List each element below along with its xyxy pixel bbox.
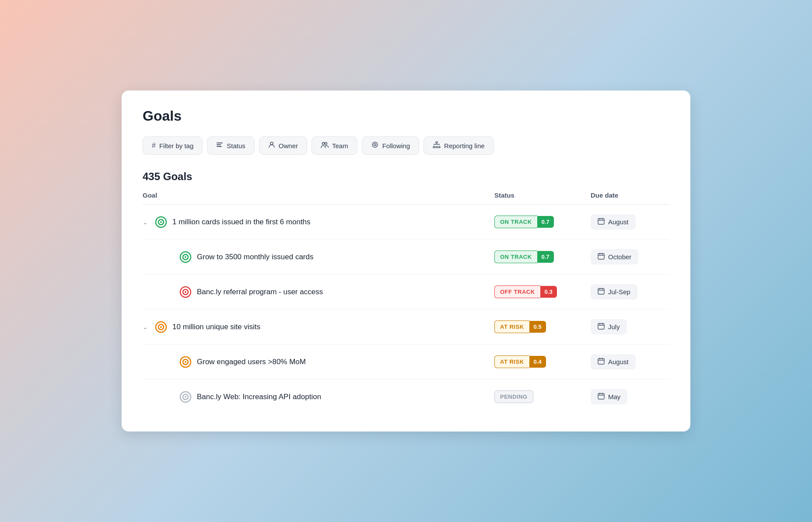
due-date-cell: May (591, 389, 669, 404)
goal-status-icon (179, 356, 192, 368)
calendar-icon (598, 253, 605, 261)
due-date-cell: August (591, 354, 669, 369)
goal-status-icon (155, 216, 167, 228)
due-badge: October (591, 249, 638, 264)
following-filter-button[interactable]: Following (362, 136, 419, 155)
goals-list: ⌄ 1 million cards issued in the first 6 … (143, 205, 669, 414)
table-row: Grow to 3500 monthly issued cards ON TRA… (143, 240, 669, 275)
status-score: 0.5 (529, 321, 546, 333)
status-score: 0.4 (529, 356, 546, 368)
goal-status-icon (179, 286, 192, 298)
calendar-icon (598, 323, 605, 331)
filter-bar: # Filter by tag Status Owner Team (143, 136, 669, 155)
filter-by-tag-button[interactable]: # Filter by tag (143, 136, 203, 155)
status-icon (216, 141, 223, 150)
reporting-line-filter-label: Reporting line (444, 142, 485, 150)
due-date-text: May (608, 393, 620, 400)
col-status-header: Status (494, 191, 591, 199)
col-goal-header: Goal (143, 191, 494, 199)
goal-text: 10 million unique site visits (172, 323, 260, 331)
due-date-cell: August (591, 214, 669, 230)
due-badge: May (591, 389, 627, 404)
svg-point-3 (270, 142, 273, 145)
goal-info: Banc.ly referral program - user access (165, 286, 494, 298)
svg-rect-35 (598, 393, 604, 399)
due-date-text: October (608, 253, 631, 261)
owner-filter-label: Owner (279, 142, 298, 150)
due-badge: August (591, 214, 636, 230)
status-label: ON TRACK (494, 216, 537, 228)
goal-status-icon (179, 251, 192, 263)
svg-rect-15 (598, 219, 604, 224)
svg-rect-2 (217, 146, 222, 147)
reporting-line-filter-button[interactable]: Reporting line (424, 136, 494, 155)
due-badge: August (591, 354, 636, 369)
col-due-header: Due date (591, 191, 669, 199)
svg-rect-11 (438, 146, 440, 148)
goal-info: Banc.ly Web: Increasing API adoption (165, 391, 494, 403)
table-row: ⌄ 10 million unique site visits AT RISK … (143, 310, 669, 345)
goal-status-icon (179, 391, 192, 403)
chevron-icon[interactable]: ⌄ (143, 219, 148, 226)
goals-count: 435 Goals (143, 171, 669, 183)
table-row: Banc.ly Web: Increasing API adoption PEN… (143, 379, 669, 414)
svg-rect-8 (436, 142, 438, 143)
goal-info: ⌄ 10 million unique site visits (143, 321, 494, 333)
svg-point-5 (325, 143, 327, 145)
due-date-text: August (608, 358, 629, 365)
svg-rect-10 (436, 146, 438, 148)
svg-rect-9 (433, 146, 435, 148)
reporting-line-icon (433, 141, 441, 150)
status-filter-button[interactable]: Status (207, 136, 255, 155)
status-label: AT RISK (494, 355, 529, 368)
due-badge: Jul-Sep (591, 284, 637, 299)
table-row: Grow engaged users >80% MoM AT RISK 0.4 … (143, 345, 669, 379)
team-filter-label: Team (332, 142, 348, 150)
svg-rect-23 (598, 289, 604, 294)
goal-text: 1 million cards issued in the first 6 mo… (172, 218, 311, 226)
owner-filter-button[interactable]: Owner (259, 136, 307, 155)
hash-icon: # (152, 142, 156, 150)
svg-point-26 (160, 326, 162, 328)
goal-text: Grow to 3500 monthly issued cards (197, 253, 313, 261)
following-filter-label: Following (382, 142, 410, 150)
following-icon (371, 141, 379, 150)
team-icon (321, 141, 329, 150)
due-date-cell: July (591, 319, 669, 334)
svg-point-22 (185, 291, 186, 293)
due-date-text: July (608, 323, 620, 331)
table-row: ⌄ 1 million cards issued in the first 6 … (143, 205, 669, 240)
page-title: Goals (143, 108, 669, 124)
chevron-icon[interactable]: ⌄ (143, 324, 148, 331)
status-label: PENDING (494, 390, 533, 403)
calendar-icon (598, 218, 605, 226)
svg-rect-27 (598, 324, 604, 329)
goal-info: ⌄ 1 million cards issued in the first 6 … (143, 216, 494, 228)
svg-rect-0 (217, 143, 223, 143)
goal-text: Banc.ly Web: Increasing API adoption (197, 393, 321, 401)
goal-status-icon (155, 321, 167, 333)
calendar-icon (598, 288, 605, 296)
due-date-text: August (608, 218, 629, 226)
filter-by-tag-label: Filter by tag (159, 142, 193, 150)
goal-text: Banc.ly referral program - user access (197, 288, 323, 296)
svg-point-34 (185, 396, 186, 398)
svg-point-14 (160, 221, 162, 223)
calendar-icon (598, 393, 605, 401)
team-filter-button[interactable]: Team (312, 136, 357, 155)
status-filter-label: Status (227, 142, 245, 150)
status-score: 0.3 (540, 286, 557, 298)
goals-card: Goals # Filter by tag Status Owner Team (122, 90, 690, 432)
status-score: 0.7 (537, 251, 554, 263)
status-label: OFF TRACK (494, 285, 540, 298)
svg-point-4 (322, 143, 325, 145)
status-label: AT RISK (494, 320, 529, 333)
svg-rect-19 (598, 254, 604, 259)
svg-point-18 (185, 256, 186, 258)
goal-info: Grow engaged users >80% MoM (165, 356, 494, 368)
svg-point-7 (374, 144, 376, 146)
due-date-cell: October (591, 249, 669, 264)
due-date-text: Jul-Sep (608, 288, 630, 296)
status-score: 0.7 (537, 216, 554, 228)
goal-text: Grow engaged users >80% MoM (197, 358, 306, 366)
